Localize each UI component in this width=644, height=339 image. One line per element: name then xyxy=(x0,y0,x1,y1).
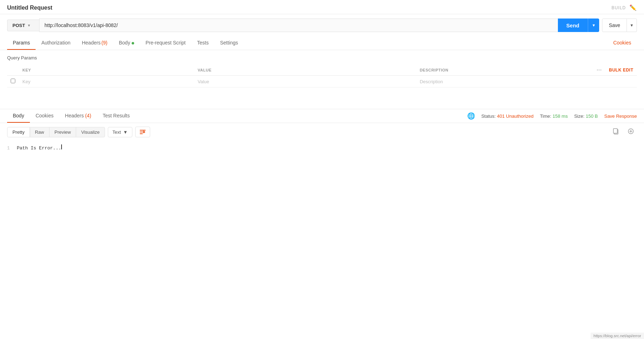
response-body-content: 1 Path Is Error... xyxy=(0,141,644,184)
response-tab-cookies[interactable]: Cookies xyxy=(30,109,59,123)
tab-pre-request-script[interactable]: Pre-request Script xyxy=(140,36,191,50)
key-placeholder: Key xyxy=(22,79,30,84)
checkbox-col-header xyxy=(7,65,19,76)
save-response-link[interactable]: Save Response xyxy=(604,113,637,119)
tab-settings[interactable]: Settings xyxy=(214,36,244,50)
header-build-area: BUILD ✏️ xyxy=(612,4,637,11)
text-cursor xyxy=(61,144,62,149)
bulk-edit-link[interactable]: Bulk Edit xyxy=(609,68,634,73)
time-value: 158 ms xyxy=(553,113,568,119)
query-params-label: Query Params xyxy=(7,55,637,60)
header: Untitled Request BUILD ✏️ xyxy=(0,0,644,14)
tab-cookies[interactable]: Cookies xyxy=(607,36,637,50)
response-section: Body Cookies Headers (4) Test Results 🌐 … xyxy=(0,109,644,184)
url-input[interactable] xyxy=(39,18,558,32)
request-tabs: Params Authorization Headers(9) Body Pre… xyxy=(0,36,644,50)
response-tabs: Body Cookies Headers (4) Test Results 🌐 … xyxy=(0,109,644,123)
table-row: Key Value Description xyxy=(7,76,637,88)
status-value: 401 Unauthorized xyxy=(497,113,534,119)
status-label: Status: 401 Unauthorized xyxy=(481,113,534,119)
save-button[interactable]: Save xyxy=(602,18,627,32)
fullscreen-icon[interactable] xyxy=(625,127,637,137)
method-select[interactable]: POST ▼ xyxy=(7,20,39,31)
body-dot xyxy=(132,42,134,44)
actions-col-header: ··· xyxy=(593,65,606,76)
desc-placeholder: Description xyxy=(420,79,443,84)
tab-body[interactable]: Body xyxy=(113,36,140,50)
desc-col-header: DESCRIPTION xyxy=(416,65,593,76)
row-checkbox-cell xyxy=(7,76,19,88)
key-col-header: KEY xyxy=(19,65,194,76)
format-tab-pretty[interactable]: Pretty xyxy=(7,127,30,137)
format-tab-visualize[interactable]: Visualize xyxy=(76,127,105,137)
response-tab-body[interactable]: Body xyxy=(7,109,30,123)
response-line-1: 1 Path Is Error... xyxy=(7,144,637,152)
size-value: 150 B xyxy=(586,113,598,119)
desc-cell[interactable]: Description xyxy=(416,76,593,88)
method-label: POST xyxy=(12,23,25,28)
response-line-1-text: Path Is Error... xyxy=(17,145,61,152)
tab-tests[interactable]: Tests xyxy=(191,36,215,50)
wrap-button[interactable] xyxy=(135,127,150,137)
bulk-edit-header: Bulk Edit xyxy=(606,65,637,76)
response-status-bar: 🌐 Status: 401 Unauthorized Time: 158 ms … xyxy=(467,112,637,120)
size-label: Size: 150 B xyxy=(574,113,598,119)
send-button[interactable]: Send xyxy=(558,18,588,32)
params-table: KEY VALUE DESCRIPTION ··· Bulk Edit Key xyxy=(7,65,637,88)
response-body-toolbar: Pretty Raw Preview Visualize Text ▼ xyxy=(0,123,644,141)
method-chevron-icon: ▼ xyxy=(27,23,31,27)
response-tab-headers[interactable]: Headers (4) xyxy=(59,109,97,123)
row-actions xyxy=(593,76,606,88)
text-type-label: Text xyxy=(112,129,121,135)
save-dropdown-button[interactable]: ▼ xyxy=(627,18,637,32)
send-btn-group: Send ▼ xyxy=(558,18,600,32)
send-dropdown-button[interactable]: ▼ xyxy=(588,18,599,32)
format-tab-preview[interactable]: Preview xyxy=(49,127,76,137)
build-label: BUILD xyxy=(612,5,626,10)
wrap-icon xyxy=(139,129,146,135)
row-checkbox[interactable] xyxy=(11,79,15,83)
copy-icon[interactable] xyxy=(610,127,622,137)
line-number-1: 1 xyxy=(7,145,10,152)
tab-headers[interactable]: Headers(9) xyxy=(76,36,113,50)
text-type-chevron-icon: ▼ xyxy=(123,129,128,135)
edit-icon[interactable]: ✏️ xyxy=(629,4,637,11)
tab-authorization[interactable]: Authorization xyxy=(36,36,76,50)
value-cell[interactable]: Value xyxy=(194,76,416,88)
format-tabs: Pretty Raw Preview Visualize xyxy=(7,127,105,137)
globe-icon[interactable]: 🌐 xyxy=(467,112,475,120)
more-options-icon[interactable]: ··· xyxy=(597,67,602,73)
page-title: Untitled Request xyxy=(7,5,52,11)
url-bar: POST ▼ Send ▼ Save ▼ xyxy=(0,14,644,36)
value-col-header: VALUE xyxy=(194,65,416,76)
format-tab-raw[interactable]: Raw xyxy=(30,127,49,137)
value-placeholder: Value xyxy=(198,79,209,84)
tab-params[interactable]: Params xyxy=(7,36,36,50)
response-tab-test-results[interactable]: Test Results xyxy=(97,109,135,123)
time-label: Time: 158 ms xyxy=(540,113,568,119)
query-params-section: Query Params KEY VALUE DESCRIPTION ··· B… xyxy=(0,50,644,88)
text-type-select[interactable]: Text ▼ xyxy=(108,127,132,137)
svg-rect-4 xyxy=(613,129,617,133)
key-cell[interactable]: Key xyxy=(19,76,194,88)
